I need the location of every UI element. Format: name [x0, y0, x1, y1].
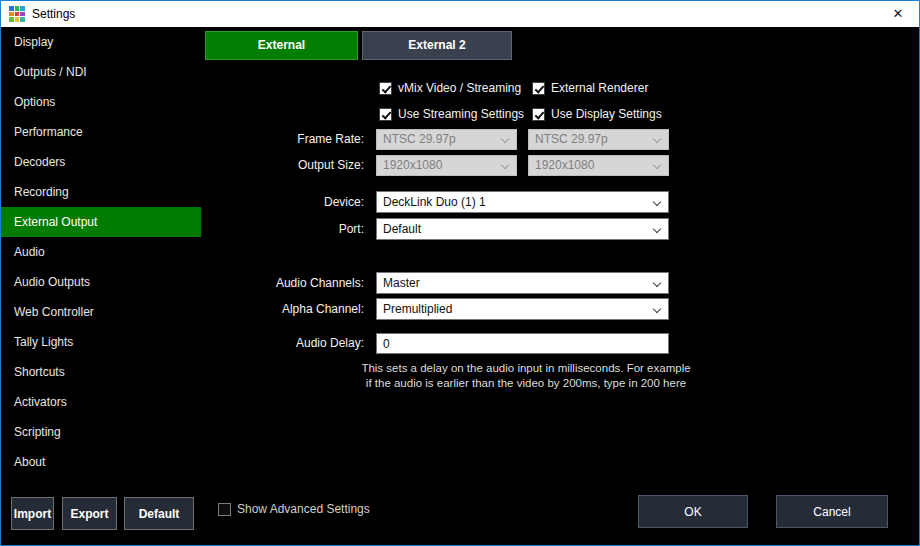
checkbox-label: Use Streaming Settings [398, 107, 524, 121]
titlebar: Settings ✕ [1, 1, 919, 27]
window-title: Settings [32, 7, 75, 21]
checkbox-label: Show Advanced Settings [237, 502, 370, 516]
settings-window: Settings ✕ Display Outputs / NDI Options… [0, 0, 920, 546]
tab-external-2[interactable]: External 2 [362, 31, 512, 60]
sidebar-item-audio[interactable]: Audio [1, 237, 201, 267]
sidebar-item-about[interactable]: About [1, 447, 201, 477]
sidebar-item-options[interactable]: Options [1, 87, 201, 117]
cancel-button[interactable]: Cancel [776, 495, 888, 528]
port-select[interactable]: Default [376, 218, 669, 240]
sidebar-item-external-output[interactable]: External Output [1, 207, 201, 237]
frame-rate-value-1: NTSC 29.97p [383, 132, 456, 146]
sidebar-item-display[interactable]: Display [1, 27, 201, 57]
audio-delay-help: This sets a delay on the audio input in … [361, 361, 691, 391]
close-icon[interactable]: ✕ [881, 3, 915, 25]
sidebar-item-shortcuts[interactable]: Shortcuts [1, 357, 201, 387]
chevron-down-icon [653, 225, 661, 233]
sidebar: Display Outputs / NDI Options Performanc… [1, 27, 201, 487]
frame-rate-select-2: NTSC 29.97p [528, 129, 669, 150]
audio-delay-label: Audio Delay: [201, 333, 364, 354]
checkbox-box-icon [532, 108, 545, 121]
use-display-settings-checkbox[interactable]: Use Display Settings [532, 106, 662, 122]
audio-channels-select[interactable]: Master [376, 272, 669, 294]
sidebar-item-audio-outputs[interactable]: Audio Outputs [1, 267, 201, 297]
alpha-channel-label: Alpha Channel: [201, 298, 364, 320]
external-renderer-checkbox[interactable]: External Renderer [532, 80, 648, 96]
footer-bar: Import Export Default Show Advanced Sett… [1, 487, 919, 545]
vmix-logo-icon [9, 6, 25, 22]
alpha-channel-select[interactable]: Premultiplied [376, 298, 669, 320]
chevron-down-icon [501, 161, 509, 169]
output-size-label: Output Size: [201, 155, 364, 176]
default-button[interactable]: Default [124, 497, 194, 530]
frame-rate-value-2: NTSC 29.97p [535, 132, 608, 146]
port-value: Default [383, 222, 421, 236]
tab-external[interactable]: External [205, 31, 358, 60]
chevron-down-icon [653, 279, 661, 287]
use-streaming-settings-checkbox[interactable]: Use Streaming Settings [379, 106, 524, 122]
alpha-channel-value: Premultiplied [383, 302, 452, 316]
sidebar-item-tally-lights[interactable]: Tally Lights [1, 327, 201, 357]
audio-delay-input[interactable] [376, 333, 669, 354]
checkbox-label: vMix Video / Streaming [398, 81, 521, 95]
device-label: Device: [201, 191, 364, 213]
chevron-down-icon [653, 135, 661, 143]
checkbox-label: Use Display Settings [551, 107, 662, 121]
checkbox-box-icon [379, 108, 392, 121]
show-advanced-checkbox[interactable]: Show Advanced Settings [218, 501, 370, 517]
settings-panel: External External 2 vMix Video / Streami… [201, 27, 919, 487]
chevron-down-icon [501, 135, 509, 143]
output-size-select-1: 1920x1080 [376, 155, 517, 176]
frame-rate-select-1: NTSC 29.97p [376, 129, 517, 150]
vmix-video-streaming-checkbox[interactable]: vMix Video / Streaming [379, 80, 521, 96]
chevron-down-icon [653, 305, 661, 313]
device-value: DeckLink Duo (1) 1 [383, 195, 486, 209]
sidebar-item-performance[interactable]: Performance [1, 117, 201, 147]
sidebar-item-decoders[interactable]: Decoders [1, 147, 201, 177]
output-size-select-2: 1920x1080 [528, 155, 669, 176]
sidebar-item-web-controller[interactable]: Web Controller [1, 297, 201, 327]
checkbox-box-icon [379, 82, 392, 95]
port-label: Port: [201, 218, 364, 240]
sidebar-item-recording[interactable]: Recording [1, 177, 201, 207]
sidebar-item-outputs-ndi[interactable]: Outputs / NDI [1, 57, 201, 87]
checkbox-box-icon [218, 503, 231, 516]
frame-rate-label: Frame Rate: [201, 129, 364, 150]
checkbox-box-icon [532, 82, 545, 95]
ok-button[interactable]: OK [638, 495, 748, 528]
sidebar-item-scripting[interactable]: Scripting [1, 417, 201, 447]
import-button[interactable]: Import [11, 497, 54, 530]
audio-channels-label: Audio Channels: [201, 272, 364, 294]
device-select[interactable]: DeckLink Duo (1) 1 [376, 191, 669, 213]
audio-channels-value: Master [383, 276, 420, 290]
output-size-value-1: 1920x1080 [383, 158, 442, 172]
chevron-down-icon [653, 198, 661, 206]
checkbox-label: External Renderer [551, 81, 648, 95]
export-button[interactable]: Export [62, 497, 117, 530]
sidebar-item-activators[interactable]: Activators [1, 387, 201, 417]
output-size-value-2: 1920x1080 [535, 158, 594, 172]
chevron-down-icon [653, 161, 661, 169]
